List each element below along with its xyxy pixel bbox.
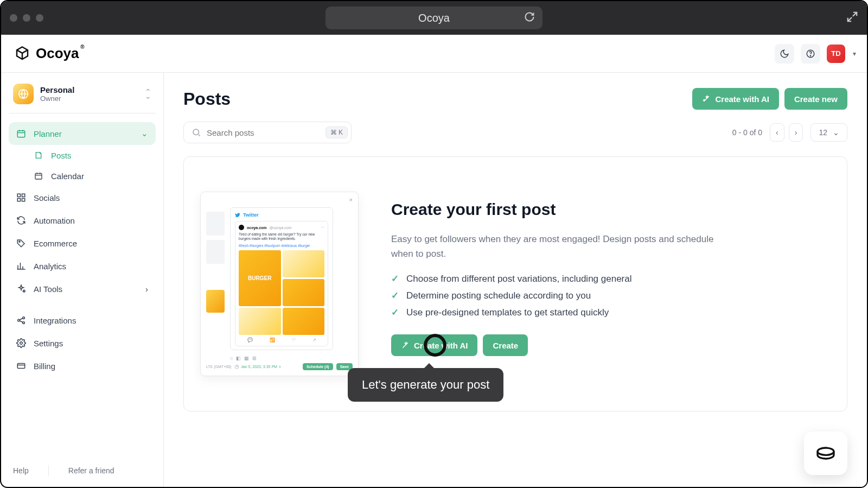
calendar-icon xyxy=(16,129,26,138)
check-icon: ✓ xyxy=(391,307,399,318)
create-new-button[interactable]: Create new xyxy=(784,88,847,110)
avatar[interactable]: TD xyxy=(827,45,845,63)
help-button[interactable] xyxy=(801,44,820,64)
check-icon: ✓ xyxy=(391,273,399,284)
expand-window-button[interactable] xyxy=(846,11,858,26)
workspace-role: Owner xyxy=(40,94,74,103)
sidebar-item-aitools[interactable]: AI Tools › xyxy=(9,277,156,300)
sidebar-item-label: Analytics xyxy=(34,262,66,271)
next-page-button[interactable]: › xyxy=(789,123,803,142)
reload-icon[interactable] xyxy=(524,11,535,25)
svg-rect-4 xyxy=(35,173,42,179)
search-input-wrapper[interactable]: ⌘ K xyxy=(183,122,352,143)
gear-icon xyxy=(16,338,26,348)
chevron-down-icon: ⌄ xyxy=(833,128,839,137)
sidebar-item-label: Billing xyxy=(34,362,55,371)
brand[interactable]: Ocoya xyxy=(14,45,79,62)
svg-rect-5 xyxy=(17,194,20,197)
svg-point-13 xyxy=(20,342,23,345)
theme-toggle-button[interactable] xyxy=(775,44,794,64)
empty-state-description: Easy to get followers when they are most… xyxy=(391,232,733,261)
sidebar-item-integrations[interactable]: Integrations xyxy=(9,309,156,332)
chevron-down-icon: ⌄ xyxy=(141,129,148,138)
empty-create-button[interactable]: Create xyxy=(483,334,528,356)
sidebar-item-label: Posts xyxy=(51,151,72,160)
svg-rect-14 xyxy=(17,364,25,369)
search-icon xyxy=(192,128,201,137)
app-header: Ocoya TD ▾ xyxy=(1,35,867,73)
results-range: 0 - 0 of 0 xyxy=(732,128,762,137)
window-titlebar: Ocoya xyxy=(1,1,867,35)
sort-icon: ⌃⌄ xyxy=(145,90,151,98)
sync-icon xyxy=(16,216,26,225)
sidebar-item-label: Automation xyxy=(34,216,75,225)
workspace-name: Personal xyxy=(40,85,74,94)
refer-link[interactable]: Refer a friend xyxy=(68,466,114,475)
close-window-button[interactable] xyxy=(10,14,17,22)
chevron-right-icon: › xyxy=(145,284,148,294)
sidebar-item-planner[interactable]: Planner ⌄ xyxy=(9,122,156,145)
sidebar-item-label: Socials xyxy=(34,193,60,202)
prev-page-button[interactable]: ‹ xyxy=(770,123,784,142)
sidebar-item-billing[interactable]: Billing xyxy=(9,354,156,377)
share-icon xyxy=(16,315,26,325)
empty-state-title: Create your first post xyxy=(391,200,831,219)
page-size-select[interactable]: 12 ⌄ xyxy=(810,123,847,142)
chat-widget-button[interactable] xyxy=(804,432,847,475)
search-input[interactable] xyxy=(207,128,320,137)
sidebar-item-label: Calendar xyxy=(51,172,84,181)
list-item: ✓Use pre-designed templates to get start… xyxy=(391,307,831,318)
svg-rect-6 xyxy=(22,194,25,197)
sparkle-icon xyxy=(16,284,26,294)
check-icon: ✓ xyxy=(391,290,399,301)
list-item: ✓Choose from different post variations, … xyxy=(391,273,831,284)
brand-name: Ocoya xyxy=(36,45,79,62)
svg-point-1 xyxy=(810,55,810,56)
svg-rect-3 xyxy=(17,131,25,137)
sidebar: Personal Owner ⌃⌄ Planner ⌄ Posts Calend… xyxy=(1,73,164,487)
maximize-window-button[interactable] xyxy=(36,14,43,22)
sidebar-item-label: AI Tools xyxy=(34,284,62,294)
keyboard-shortcut: ⌘ K xyxy=(326,126,348,138)
chevron-down-icon[interactable]: ▾ xyxy=(853,50,856,58)
window-title-text: Ocoya xyxy=(418,12,450,24)
close-icon: × xyxy=(349,197,353,203)
minimize-window-button[interactable] xyxy=(23,14,30,22)
main-content: Posts Create with AI Create new ⌘ K 0 - … xyxy=(164,73,867,487)
traffic-lights xyxy=(10,14,43,22)
sidebar-item-socials[interactable]: Socials xyxy=(9,186,156,209)
card-icon xyxy=(16,361,26,371)
svg-point-15 xyxy=(193,129,199,135)
note-icon xyxy=(34,150,43,160)
sidebar-item-analytics[interactable]: Analytics xyxy=(9,255,156,277)
sidebar-item-automation[interactable]: Automation xyxy=(9,209,156,232)
sidebar-item-calendar[interactable]: Calendar xyxy=(26,166,156,186)
calendar-icon xyxy=(34,171,43,181)
onboarding-tooltip: Let's generate your post xyxy=(348,368,503,402)
globe-icon xyxy=(13,84,34,104)
empty-create-with-ai-button[interactable]: Create with AI xyxy=(391,334,477,356)
workspace-switcher[interactable]: Personal Owner ⌃⌄ xyxy=(9,80,156,113)
sidebar-item-ecommerce[interactable]: Ecommerce xyxy=(9,232,156,255)
help-link[interactable]: Help xyxy=(13,466,29,475)
sidebar-item-label: Planner xyxy=(34,129,62,138)
tag-icon xyxy=(16,238,26,248)
create-with-ai-button[interactable]: Create with AI xyxy=(692,88,778,110)
page-title: Posts xyxy=(183,89,231,109)
window-title: Ocoya xyxy=(326,7,542,29)
svg-point-9 xyxy=(19,241,20,242)
brand-logo-icon xyxy=(14,46,30,62)
sidebar-item-label: Integrations xyxy=(34,316,76,325)
feature-list: ✓Choose from different post variations, … xyxy=(391,273,831,318)
grid-icon xyxy=(16,193,26,202)
svg-point-16 xyxy=(818,448,834,455)
post-preview-illustration: × Twitter ocoya.com @ocoya xyxy=(200,192,359,376)
svg-rect-8 xyxy=(22,199,25,201)
sidebar-item-posts[interactable]: Posts xyxy=(26,145,156,166)
empty-state-card: × Twitter ocoya.com @ocoya xyxy=(183,156,847,411)
chart-icon xyxy=(16,261,26,271)
sidebar-item-label: Settings xyxy=(34,339,63,348)
sidebar-item-settings[interactable]: Settings xyxy=(9,332,156,354)
svg-rect-7 xyxy=(17,199,20,201)
list-item: ✓Determine posting schedule according to… xyxy=(391,290,831,301)
